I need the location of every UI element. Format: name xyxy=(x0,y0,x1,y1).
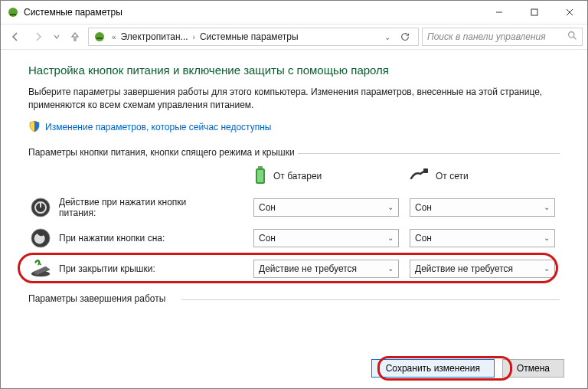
svg-point-0 xyxy=(8,8,18,17)
section-shutdown: Параметры завершения работы xyxy=(28,293,560,304)
chevron-down-icon: ⌄ xyxy=(387,203,394,211)
forward-button[interactable] xyxy=(28,27,48,47)
page-heading: Настройка кнопок питания и включение защ… xyxy=(28,64,560,77)
maximize-button[interactable] xyxy=(517,1,552,24)
chevron-down-icon: ⌄ xyxy=(387,264,394,273)
svg-line-8 xyxy=(573,37,576,39)
power-ac-dropdown[interactable]: Сон⌄ xyxy=(410,198,555,217)
svg-rect-12 xyxy=(423,168,428,173)
navigation-bar: « Электропитан... › Системные параметры … xyxy=(1,24,587,50)
svg-point-7 xyxy=(569,32,574,38)
search-input[interactable]: Поиск в панели управления xyxy=(422,28,583,46)
plug-icon xyxy=(410,168,430,185)
svg-rect-11 xyxy=(257,170,263,182)
up-button[interactable] xyxy=(65,27,85,47)
battery-icon xyxy=(253,165,267,188)
lid-ac-dropdown[interactable]: Действие не требуется⌄ xyxy=(410,260,555,278)
chevron-left-icon: « xyxy=(112,33,116,41)
column-ac: От сети xyxy=(410,168,555,185)
row-sleep-button: При нажатии кнопки сна: xyxy=(28,227,243,249)
chevron-down-icon: ⌄ xyxy=(544,234,550,242)
close-button[interactable] xyxy=(552,1,587,24)
minimize-button[interactable] xyxy=(482,1,517,24)
chevron-down-icon: ⌄ xyxy=(387,234,394,242)
save-button[interactable]: Сохранить изменения xyxy=(371,359,495,378)
row-power-button: Действие при нажатии кнопки питания: xyxy=(28,197,243,218)
chevron-down-icon: ⌄ xyxy=(544,264,550,273)
shield-icon xyxy=(28,120,41,135)
title-bar: Системные параметры xyxy=(1,1,587,24)
column-battery: От батареи xyxy=(253,165,399,188)
svg-point-6 xyxy=(95,32,104,41)
power-battery-dropdown[interactable]: Сон⌄ xyxy=(253,198,399,217)
breadcrumb-segment[interactable]: Электропитан... xyxy=(121,31,188,42)
power-icon xyxy=(30,197,51,218)
cancel-button[interactable]: Отмена xyxy=(502,359,564,378)
footer: Сохранить изменения Отмена xyxy=(1,348,587,388)
recent-dropdown[interactable] xyxy=(51,27,62,47)
search-placeholder: Поиск в панели управления xyxy=(427,31,546,42)
sleep-ac-dropdown[interactable]: Сон⌄ xyxy=(410,229,555,247)
breadcrumb-segment[interactable]: Системные параметры xyxy=(200,31,299,42)
back-button[interactable] xyxy=(5,27,25,47)
app-icon xyxy=(7,6,19,18)
chevron-down-icon: ⌄ xyxy=(544,203,550,211)
unlock-settings-link[interactable]: Изменение параметров, которые сейчас нед… xyxy=(45,122,272,132)
window-title: Системные параметры xyxy=(24,7,122,18)
content-area: Настройка кнопок питания и включение защ… xyxy=(1,50,587,348)
chevron-right-icon: › xyxy=(193,33,195,41)
breadcrumb[interactable]: « Электропитан... › Системные параметры … xyxy=(88,28,419,46)
section-power-buttons: Параметры кнопки питания, кнопки спящего… xyxy=(28,147,560,158)
control-panel-icon xyxy=(92,29,107,44)
svg-rect-1 xyxy=(10,14,16,15)
laptop-lid-icon xyxy=(30,258,51,279)
svg-rect-3 xyxy=(531,9,537,15)
lid-battery-dropdown[interactable]: Действие не требуется⌄ xyxy=(253,260,399,278)
page-description: Выберите параметры завершения работы для… xyxy=(28,86,560,113)
refresh-button[interactable] xyxy=(395,31,415,42)
svg-rect-9 xyxy=(258,166,263,168)
chevron-down-icon[interactable]: ⌄ xyxy=(384,33,390,41)
search-icon xyxy=(567,31,577,43)
sleep-icon xyxy=(30,227,51,249)
row-lid-close: При закрытии крышки: xyxy=(28,258,243,279)
sleep-battery-dropdown[interactable]: Сон⌄ xyxy=(253,229,399,247)
